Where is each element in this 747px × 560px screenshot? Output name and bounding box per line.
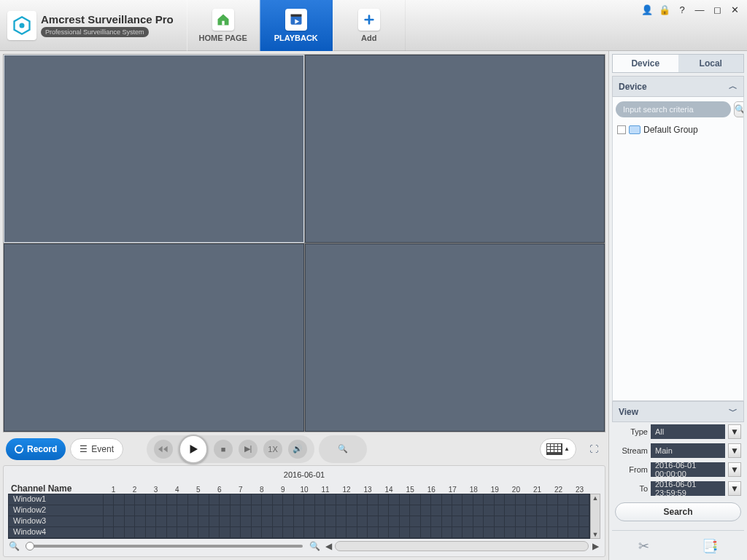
stream-select[interactable]: Main [651, 443, 725, 458]
hour-tick: 13 [357, 486, 379, 494]
video-cell-2[interactable] [305, 55, 605, 243]
logo: Amcrest Surveillance Pro Professional Su… [0, 11, 181, 40]
from-label: From [615, 465, 648, 474]
timeline-date: 2016-06-01 [8, 469, 600, 481]
timeline-rows[interactable]: Window1Window2Window3Window4 [8, 494, 590, 539]
zoom-group: 🔍 [319, 435, 367, 463]
hour-tick: 1 [103, 486, 124, 494]
view-panel-header[interactable]: View ﹀ [612, 401, 744, 422]
zoom-button[interactable]: 🔍 [333, 440, 352, 459]
close-icon[interactable]: ✕ [729, 4, 740, 15]
volume-button[interactable]: 🔊 [288, 440, 307, 459]
tree-item-default-group[interactable]: Default Group [616, 123, 740, 136]
video-grid [3, 54, 605, 432]
from-value: 2016-06-01 00:00:00 [655, 461, 721, 478]
next-frame-button[interactable]: ▶| [239, 440, 258, 459]
svg-rect-12 [554, 444, 557, 446]
minimize-icon[interactable]: — [694, 4, 705, 15]
video-cell-1[interactable] [4, 55, 304, 243]
hour-tick: 10 [293, 486, 314, 494]
lock-icon[interactable]: 🔒 [659, 4, 670, 15]
timeline-row-grid[interactable] [104, 516, 589, 526]
hour-tick: 19 [484, 486, 506, 494]
hour-tick: 22 [548, 486, 569, 494]
tab-home[interactable]: HOME PAGE [187, 0, 260, 51]
timeline-row-label: Window1 [9, 494, 104, 505]
dropdown-arrow-icon[interactable]: ▼ [728, 481, 741, 496]
timeline-row[interactable]: Window2 [9, 505, 589, 516]
svg-rect-15 [551, 447, 554, 449]
sidebar-tab-device[interactable]: Device [613, 55, 678, 72]
play-button[interactable] [179, 435, 208, 464]
hour-tick: 18 [463, 486, 484, 494]
tab-add[interactable]: Add [333, 0, 406, 51]
timeline-scrollbar-v[interactable]: ▲▼ [590, 494, 600, 539]
chevron-up-icon: ︿ [729, 80, 738, 93]
fullscreen-button[interactable]: ⛶ [585, 440, 603, 458]
help-icon[interactable]: ? [677, 4, 687, 15]
timeline-row-grid[interactable] [104, 494, 589, 505]
window-controls: 👤 🔒 ? — ◻ ✕ [642, 0, 747, 15]
zoom-in-icon[interactable]: 🔍 [309, 540, 320, 552]
zoom-out-icon[interactable]: 🔍 [8, 540, 20, 552]
video-cell-3[interactable] [4, 244, 304, 432]
hour-tick: 3 [145, 486, 166, 494]
header: Amcrest Surveillance Pro Professional Su… [0, 0, 747, 51]
sidebar-tab-local[interactable]: Local [678, 55, 744, 72]
timeline-row[interactable]: Window4 [9, 527, 589, 538]
timeline-scrollbar-h[interactable]: ◀▶ [323, 541, 600, 551]
transport-controls: ■ ▶| 1X 🔊 [147, 435, 314, 463]
device-search-button[interactable]: 🔍 [734, 101, 744, 117]
folder-icon [629, 125, 640, 134]
record-button[interactable]: Record [6, 438, 66, 460]
video-cell-4[interactable] [305, 244, 605, 432]
tree-item-label: Default Group [643, 125, 698, 135]
hour-tick: 20 [506, 486, 527, 494]
zoom-slider[interactable] [26, 545, 303, 548]
checkbox[interactable] [617, 125, 626, 134]
user-icon[interactable]: 👤 [642, 4, 652, 15]
dropdown-arrow-icon[interactable]: ▼ [728, 443, 741, 458]
speed-button[interactable]: 1X [263, 440, 282, 459]
timeline-row-grid[interactable] [104, 505, 589, 516]
add-icon [358, 9, 380, 31]
timeline-row[interactable]: Window3 [9, 516, 589, 527]
device-panel-label: Device [619, 82, 647, 92]
event-button[interactable]: ☰Event [70, 438, 123, 460]
type-label: Type [615, 427, 648, 436]
tab-home-label: HOME PAGE [199, 34, 247, 42]
from-datetime[interactable]: 2016-06-01 00:00:00 [651, 462, 725, 477]
device-search-input[interactable] [616, 101, 731, 117]
maximize-icon[interactable]: ◻ [712, 4, 722, 15]
stop-button[interactable]: ■ [214, 440, 233, 459]
timeline-row-label: Window3 [9, 516, 104, 526]
tab-playback-label: PLAYBACK [274, 34, 318, 42]
layout-button[interactable]: ▲ [540, 438, 576, 460]
to-datetime[interactable]: 2016-06-01 23:59:59 [651, 481, 725, 496]
timeline-row[interactable]: Window1 [9, 494, 589, 505]
dropdown-arrow-icon[interactable]: ▼ [728, 424, 741, 439]
svg-rect-11 [551, 444, 554, 446]
cut-icon[interactable]: ✂ [638, 538, 649, 554]
hour-tick: 16 [421, 486, 442, 494]
chevron-down-icon: ﹀ [729, 405, 738, 418]
svg-marker-8 [190, 445, 198, 454]
svg-rect-13 [558, 444, 561, 446]
svg-rect-14 [547, 447, 550, 449]
rewind-button[interactable] [154, 440, 173, 459]
sidebar: Device Local Device ︿ 🔍 Default Group Vi… [608, 51, 747, 560]
export-icon[interactable]: 📑 [702, 538, 718, 554]
hour-tick: 15 [400, 486, 421, 494]
svg-rect-2 [222, 20, 224, 25]
timeline-row-grid[interactable] [104, 527, 589, 537]
home-icon [212, 9, 234, 31]
device-panel-header[interactable]: Device ︿ [612, 76, 744, 97]
timeline-hours: 1234567891011121314151617181920212223 [103, 486, 590, 494]
dropdown-arrow-icon[interactable]: ▼ [728, 462, 741, 477]
svg-marker-6 [163, 446, 168, 451]
timeline: 2016-06-01 Channel Name 1234567891011121… [3, 465, 605, 557]
tab-playback[interactable]: PLAYBACK [260, 0, 333, 51]
logo-icon [7, 11, 36, 40]
type-select[interactable]: All [651, 424, 725, 439]
search-button[interactable]: Search [615, 502, 741, 521]
